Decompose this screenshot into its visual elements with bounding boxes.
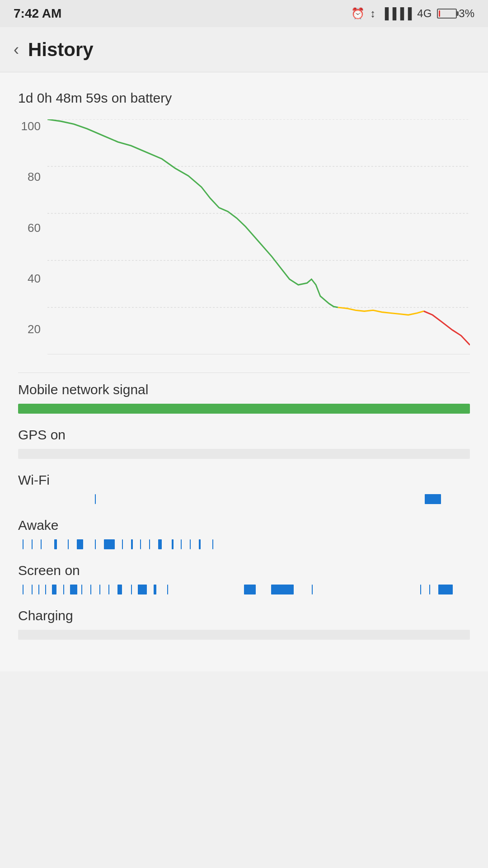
mobile-network-bar bbox=[18, 404, 470, 414]
section-gps: GPS on bbox=[18, 427, 470, 459]
page-title: History bbox=[28, 39, 94, 61]
status-time: 7:42 AM bbox=[14, 6, 61, 21]
screen-m8 bbox=[81, 585, 82, 594]
screen-m14 bbox=[138, 585, 147, 594]
awake-m16 bbox=[190, 539, 191, 549]
awake-m4 bbox=[54, 539, 57, 549]
screen-m9 bbox=[90, 585, 91, 594]
main-content: 1d 0h 48m 59s on battery 100 80 60 40 20 bbox=[0, 72, 488, 671]
screen-m22 bbox=[438, 585, 453, 594]
screen-m16 bbox=[167, 585, 168, 594]
signal-icon: ↕ bbox=[370, 7, 375, 20]
screen-m5 bbox=[52, 585, 56, 594]
chart-label-20: 20 bbox=[18, 322, 45, 336]
wifi-bar bbox=[18, 494, 470, 504]
back-button[interactable]: ‹ bbox=[14, 40, 19, 59]
signal-bars-icon: ▐▐▐▐ bbox=[381, 7, 412, 20]
awake-m7 bbox=[95, 539, 96, 549]
section-wifi: Wi-Fi bbox=[18, 472, 470, 504]
awake-m12 bbox=[149, 539, 150, 549]
mobile-network-title: Mobile network signal bbox=[18, 382, 470, 397]
awake-m10 bbox=[131, 539, 133, 549]
awake-m2 bbox=[32, 539, 33, 549]
chart-label-60: 60 bbox=[18, 221, 45, 235]
header: ‹ History bbox=[0, 27, 488, 72]
awake-m1 bbox=[23, 539, 23, 549]
screen-m11 bbox=[108, 585, 109, 594]
screen-m21 bbox=[429, 585, 430, 594]
chart-y-labels: 100 80 60 40 20 bbox=[18, 119, 45, 336]
battery-duration: 1d 0h 48m 59s on battery bbox=[18, 90, 470, 106]
status-bar: 7:42 AM ⏰ ↕ ▐▐▐▐ 4G 3% bbox=[0, 0, 488, 27]
awake-m15 bbox=[181, 539, 182, 549]
awake-title: Awake bbox=[18, 518, 470, 533]
screen-m6 bbox=[63, 585, 64, 594]
screen-m20 bbox=[420, 585, 421, 594]
screen-m2 bbox=[32, 585, 33, 594]
wifi-mark-1 bbox=[95, 494, 96, 504]
section-awake: Awake bbox=[18, 518, 470, 549]
awake-m5 bbox=[68, 539, 69, 549]
screen-m17 bbox=[244, 585, 256, 594]
screen-m15 bbox=[154, 585, 156, 594]
screen-m18 bbox=[271, 585, 294, 594]
screen-m7 bbox=[70, 585, 77, 594]
chart-label-80: 80 bbox=[18, 170, 45, 184]
battery-percent: 3% bbox=[459, 7, 474, 20]
awake-m14 bbox=[172, 539, 174, 549]
screen-m1 bbox=[23, 585, 23, 594]
awake-m18 bbox=[212, 539, 213, 549]
awake-m13 bbox=[158, 539, 162, 549]
awake-m8 bbox=[104, 539, 115, 549]
awake-m6 bbox=[77, 539, 83, 549]
mobile-network-fill bbox=[18, 404, 470, 414]
wifi-mark-2 bbox=[425, 494, 441, 504]
section-screen: Screen on bbox=[18, 563, 470, 594]
section-charging: Charging bbox=[18, 608, 470, 640]
battery-graph bbox=[47, 119, 470, 354]
gps-title: GPS on bbox=[18, 427, 470, 443]
chart-label-100: 100 bbox=[18, 119, 45, 133]
wifi-title: Wi-Fi bbox=[18, 472, 470, 488]
chart-label-40: 40 bbox=[18, 272, 45, 286]
charging-title: Charging bbox=[18, 608, 470, 623]
awake-m11 bbox=[140, 539, 141, 549]
network-type: 4G bbox=[417, 7, 432, 20]
awake-m3 bbox=[41, 539, 42, 549]
battery-icon bbox=[437, 9, 457, 19]
charging-bar bbox=[18, 630, 470, 640]
awake-m9 bbox=[122, 539, 123, 549]
screen-m12 bbox=[117, 585, 122, 594]
battery-svg bbox=[47, 119, 470, 354]
screen-bar bbox=[18, 585, 470, 594]
screen-m4 bbox=[45, 585, 46, 594]
awake-m17 bbox=[199, 539, 201, 549]
battery-fill bbox=[439, 10, 440, 17]
screen-m19 bbox=[312, 585, 313, 594]
chart-divider bbox=[18, 373, 470, 373]
gps-bar bbox=[18, 449, 470, 459]
screen-title: Screen on bbox=[18, 563, 470, 578]
alarm-icon: ⏰ bbox=[351, 7, 365, 20]
screen-m10 bbox=[99, 585, 100, 594]
awake-bar bbox=[18, 539, 470, 549]
section-mobile-network: Mobile network signal bbox=[18, 382, 470, 414]
screen-m13 bbox=[131, 585, 132, 594]
battery-chart: 100 80 60 40 20 bbox=[18, 119, 470, 354]
status-icons: ⏰ ↕ ▐▐▐▐ 4G 3% bbox=[351, 7, 474, 20]
battery-indicator: 3% bbox=[437, 7, 474, 20]
screen-m3 bbox=[38, 585, 39, 594]
